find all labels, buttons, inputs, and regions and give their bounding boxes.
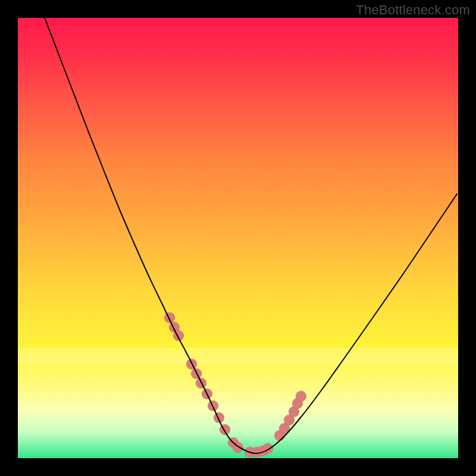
data-marker <box>164 312 175 323</box>
watermark-label: TheBottleneck.com <box>356 2 470 18</box>
data-marker <box>214 412 224 423</box>
plot-area <box>18 18 458 458</box>
data-marker <box>173 330 184 341</box>
chart-frame: TheBottleneck.com <box>0 0 476 476</box>
bottleneck-curve-path <box>45 18 457 453</box>
data-marker <box>296 391 306 402</box>
data-marker <box>262 443 273 454</box>
chart-svg <box>18 18 458 458</box>
